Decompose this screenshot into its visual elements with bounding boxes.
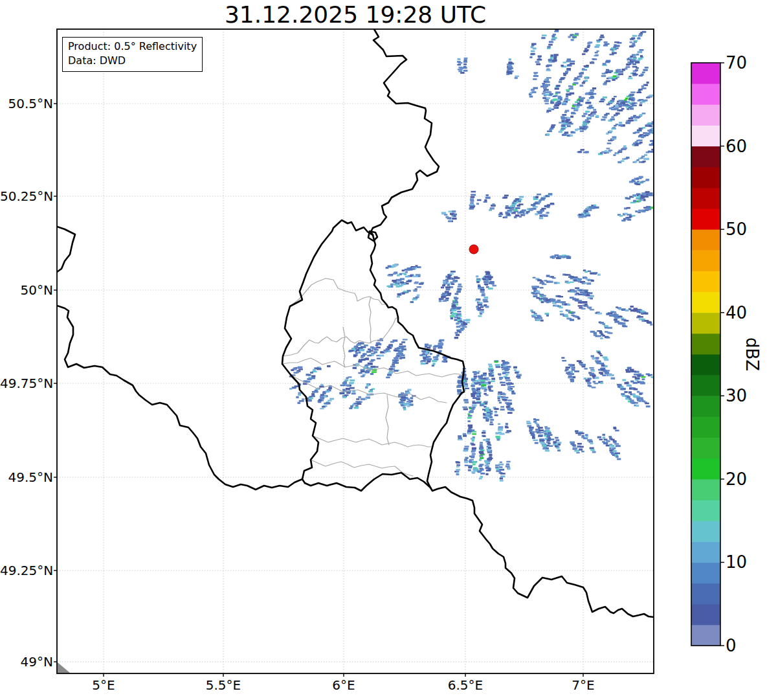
radar-cell: [586, 102, 592, 104]
radar-cell: [361, 346, 366, 348]
radar-cell: [472, 453, 476, 455]
radar-cell: [448, 275, 450, 277]
radar-cell: [478, 307, 481, 309]
radar-figure: 31.12.2025 19:28 UTC Product: 0.5° Refle…: [0, 0, 778, 700]
x-tick-label: 5.5°E: [206, 677, 241, 693]
radar-cell: [588, 45, 591, 47]
radar-cell: [593, 111, 597, 113]
radar-cell: [485, 413, 490, 415]
radar-cell: [394, 370, 399, 372]
radar-cell: [546, 77, 551, 79]
radar-cell: [582, 53, 586, 55]
radar-cell: [500, 409, 505, 411]
radar-cell: [618, 124, 623, 126]
radar-cell: [637, 375, 640, 377]
radar-cell: [480, 289, 485, 291]
radar-cell: [456, 466, 460, 468]
radar-cell: [504, 367, 509, 368]
radar-cell: [488, 288, 493, 289]
radar-cell: [289, 388, 292, 390]
radar-cell: [533, 78, 537, 80]
radar-cell: [485, 394, 489, 396]
radar-cell: [526, 422, 531, 424]
radar-cell: [623, 101, 627, 103]
radar-cell: [489, 454, 492, 457]
radar-cell: [548, 443, 551, 444]
radar-cell: [458, 67, 462, 69]
radar-cell: [634, 74, 638, 76]
radar-cell: [546, 212, 549, 214]
radar-cell: [465, 465, 469, 466]
radar-cell: [472, 440, 474, 442]
radar-cell: [545, 313, 550, 315]
radar-cell: [592, 370, 595, 372]
radar-cell: [464, 58, 468, 60]
radar-cell: [621, 220, 625, 221]
radar-cell: [358, 396, 361, 398]
radar-cell: [634, 119, 637, 121]
radar-cell: [579, 74, 583, 76]
radar-cell: [656, 119, 661, 122]
radar-cell: [487, 451, 492, 453]
radar-cell: [433, 346, 437, 348]
radar-cell: [659, 118, 663, 120]
radar-cell: [485, 464, 489, 466]
radar-cell: [410, 397, 414, 400]
radar-cell: [640, 382, 645, 385]
radar-cell: [656, 380, 658, 382]
colorbar-segment: [691, 479, 720, 501]
radar-cell: [614, 442, 617, 444]
radar-cell: [532, 204, 535, 206]
radar-cell: [478, 302, 482, 304]
radar-cell: [565, 71, 568, 73]
radar-cell: [605, 43, 610, 45]
radar-cell: [607, 142, 612, 144]
radar-cell: [472, 433, 476, 435]
radar-cell: [597, 313, 602, 315]
radar-cell: [601, 119, 605, 121]
radar-cell: [488, 447, 491, 449]
radar-cell: [432, 360, 437, 362]
radar-cell: [457, 330, 460, 332]
radar-cell: [602, 374, 606, 376]
radar-cell: [465, 319, 470, 321]
radar-cell: [626, 381, 628, 383]
radar-cell: [633, 56, 636, 58]
radar-cell: [562, 360, 566, 361]
radar-cell: [322, 406, 326, 408]
radar-cell: [507, 409, 510, 411]
radar-cell: [498, 216, 502, 217]
radar-cell: [498, 464, 504, 466]
radar-cell: [535, 213, 538, 215]
radar-cell: [640, 199, 643, 201]
radar-cell: [561, 119, 565, 120]
radar-cell: [507, 67, 511, 69]
radar-cell: [456, 471, 459, 473]
radar-cell: [612, 127, 616, 128]
colorbar-segment: [691, 375, 720, 396]
radar-cell: [329, 398, 334, 400]
radar-cell: [458, 286, 463, 288]
radar-cell: [557, 449, 561, 451]
radar-cell: [392, 364, 395, 366]
radar-cell: [370, 346, 374, 348]
radar-cell: [401, 354, 405, 356]
x-tick-label: 7°E: [572, 677, 594, 693]
colorbar: [691, 63, 724, 646]
radar-cell: [581, 364, 586, 367]
radar-cell: [570, 135, 573, 137]
radar-cell: [458, 69, 463, 70]
radar-cell: [349, 350, 351, 352]
radar-cell: [606, 337, 610, 339]
radar-cell: [311, 375, 315, 377]
radar-cell: [499, 378, 502, 380]
radar-cell: [508, 62, 513, 64]
radar-cell: [483, 435, 486, 437]
radar-cell: [578, 151, 581, 153]
radar-cell: [586, 111, 590, 113]
radar-cell: [457, 288, 461, 290]
radar-cell: [395, 348, 399, 349]
radar-cell: [507, 468, 510, 470]
radar-cell: [546, 133, 550, 135]
radar-cell: [462, 326, 467, 328]
